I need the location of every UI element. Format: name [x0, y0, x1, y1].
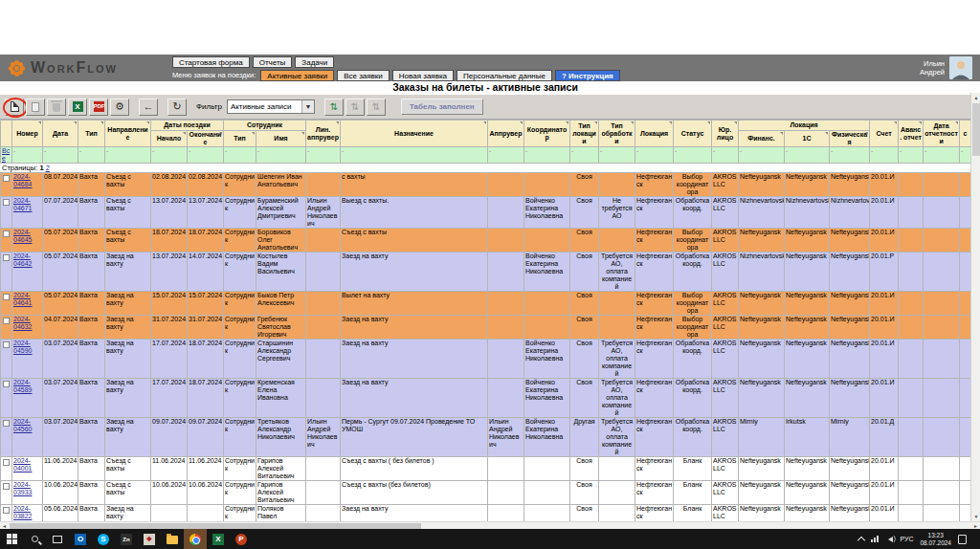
col-account[interactable]: Счет: [870, 121, 899, 147]
filter-cell-purpose[interactable]: -: [341, 147, 488, 164]
col-number[interactable]: Номер: [12, 121, 43, 147]
filter-cell-account[interactable]: -: [870, 147, 899, 164]
vertical-scroll-thumb[interactable]: [972, 103, 980, 156]
order-number-link[interactable]: 2024-04590: [13, 340, 32, 354]
powerpoint-taskbar-button[interactable]: P: [230, 529, 253, 549]
order-number-link[interactable]: 2024-04632: [13, 316, 32, 330]
delete-button[interactable]: [47, 99, 66, 116]
order-number-link[interactable]: 2024-04645: [13, 229, 32, 243]
filter-cell-processing-type[interactable]: -: [599, 147, 635, 164]
filter-cell-trip-start[interactable]: -: [151, 147, 188, 164]
col-approver[interactable]: Аппрувер: [488, 121, 524, 147]
col-legal-entity[interactable]: Юр. лицо: [712, 121, 739, 147]
nav-personal-data-button[interactable]: Персональные данные: [457, 70, 552, 81]
order-number-link[interactable]: 2024-03822: [13, 505, 32, 519]
col-trip-end[interactable]: Окончание: [188, 131, 224, 147]
filter-cell-extra[interactable]: -: [960, 147, 970, 164]
col-location-fin[interactable]: Финанс.: [739, 131, 785, 147]
nav-start-form-button[interactable]: Стартовая форма: [172, 56, 250, 68]
col-processing-type[interactable]: Тип обработки: [599, 121, 635, 147]
row-checkbox[interactable]: [3, 175, 10, 182]
row-checkbox[interactable]: [3, 420, 10, 427]
filter-cell-trip-end[interactable]: -: [188, 147, 224, 164]
order-number-link[interactable]: 2024-04560: [13, 418, 32, 432]
filter-cell-type[interactable]: -: [78, 147, 105, 164]
col-status[interactable]: Статус: [674, 121, 712, 147]
back-button[interactable]: ←: [139, 99, 158, 116]
filter-cell-location-type[interactable]: -: [570, 147, 599, 164]
language-indicator[interactable]: РУС: [900, 536, 913, 542]
filter-cell-line-approver[interactable]: -: [306, 147, 341, 164]
order-number-link[interactable]: 2024-04001: [13, 457, 32, 472]
filter-cell-direction[interactable]: -: [105, 147, 151, 164]
col-direction[interactable]: Направление: [105, 121, 151, 147]
filter-cell-legal-entity[interactable]: -: [712, 147, 739, 164]
row-checkbox[interactable]: [3, 483, 10, 490]
filter-cell-report-date[interactable]: -: [924, 147, 960, 164]
row-checkbox[interactable]: [3, 381, 10, 387]
col-type[interactable]: Тип: [78, 121, 105, 147]
hierarchy-button-2[interactable]: ⇅: [345, 99, 365, 116]
col-location-type[interactable]: Тип локации: [570, 121, 599, 147]
outlook-taskbar-button[interactable]: O: [69, 529, 92, 549]
order-number-link[interactable]: 2024-04684: [13, 173, 32, 187]
col-coordinator[interactable]: Координатор: [524, 121, 570, 147]
col-location[interactable]: Локация: [635, 121, 674, 147]
show-hidden-icons-chevron[interactable]: [858, 537, 865, 544]
row-checkbox[interactable]: [3, 294, 10, 300]
scroll-down-arrow[interactable]: ▼: [971, 512, 980, 521]
certificate-app-taskbar-button[interactable]: ❖: [138, 529, 161, 549]
col-location-1c[interactable]: 1С: [785, 131, 830, 147]
col-line-approver[interactable]: Лин. аппрувер: [306, 121, 341, 147]
nav-active-requests-button[interactable]: Активные заявки: [260, 70, 334, 81]
nav-tasks-button[interactable]: Задачи: [295, 56, 334, 68]
timesheet-filled-button[interactable]: Табель заполнен: [401, 99, 483, 115]
volume-icon[interactable]: [885, 537, 893, 542]
export-pdf-button[interactable]: PDF: [89, 99, 108, 116]
notification-center-icon[interactable]: [958, 535, 967, 544]
refresh-button[interactable]: ↻: [167, 99, 187, 116]
row-checkbox[interactable]: [3, 318, 10, 324]
filter-cell-date[interactable]: -: [43, 147, 78, 164]
col-trip-start[interactable]: Начало: [151, 131, 188, 147]
col-employee-name[interactable]: Имя: [256, 131, 306, 147]
row-checkbox[interactable]: [3, 231, 10, 237]
scroll-up-arrow[interactable]: ▲: [971, 93, 980, 102]
settings-button[interactable]: ⚙: [110, 99, 129, 116]
col-advance-report[interactable]: Аванс. отчет: [899, 121, 924, 147]
dark-app-taskbar-button[interactable]: Zn: [115, 529, 138, 549]
order-number-link[interactable]: 2024-04589: [13, 379, 32, 393]
filter-cell-advance-report[interactable]: -: [899, 147, 924, 164]
task-view-button[interactable]: [46, 529, 69, 549]
search-button[interactable]: [23, 529, 46, 549]
order-number-link[interactable]: 2024-04642: [13, 253, 32, 267]
taskbar-clock[interactable]: 13:23 08.07.2024: [920, 532, 951, 546]
hierarchy-button-3[interactable]: ⇅: [367, 99, 386, 116]
nav-reports-button[interactable]: Отчеты: [253, 56, 293, 68]
file-explorer-taskbar-button[interactable]: [161, 529, 184, 549]
excel-taskbar-button[interactable]: X: [207, 529, 230, 549]
skype-taskbar-button[interactable]: S: [92, 529, 115, 549]
filter-cell-order-number[interactable]: -: [12, 147, 43, 164]
filter-cell-location-fin[interactable]: -: [739, 147, 785, 164]
new-record-button[interactable]: [5, 99, 24, 116]
col-report-date[interactable]: Дата отчетности: [924, 121, 960, 147]
order-number-link[interactable]: 2024-04641: [13, 292, 32, 306]
filter-cell-employee-name[interactable]: -: [256, 147, 306, 164]
order-number-link[interactable]: 2024-04671: [13, 197, 32, 211]
nav-instruction-button[interactable]: ? Инструкция: [555, 70, 620, 81]
filter-cell-coordinator[interactable]: -: [524, 147, 570, 164]
filter-cell-location-phys[interactable]: -: [830, 147, 870, 164]
row-checkbox[interactable]: [3, 199, 10, 206]
filter-cell-status[interactable]: -: [674, 147, 712, 164]
horizontal-scrollbar[interactable]: ◄ ►: [0, 521, 980, 529]
order-number-link[interactable]: 2024-03933: [13, 481, 32, 495]
filter-cell-location[interactable]: -: [635, 147, 674, 164]
col-employee-type[interactable]: Тип: [224, 131, 256, 147]
col-purpose[interactable]: Назначение: [341, 121, 488, 147]
network-icon[interactable]: [871, 536, 879, 542]
row-checkbox[interactable]: [3, 341, 10, 348]
nav-all-requests-button[interactable]: Все заявки: [337, 70, 390, 81]
page-2-link[interactable]: 2: [46, 164, 50, 172]
chrome-taskbar-button[interactable]: [184, 529, 207, 549]
